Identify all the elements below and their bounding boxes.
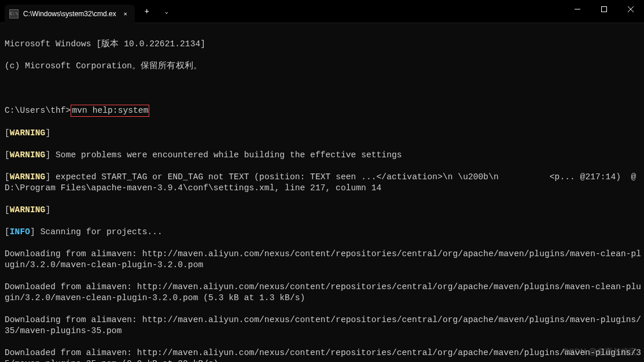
maximize-icon (601, 6, 607, 12)
cmd-icon: C:\ (9, 9, 19, 19)
download-line: Downloading from alimaven: http://maven.… (5, 315, 644, 337)
warning-text: Some problems were encountered while bui… (50, 150, 402, 160)
tab-title: C:\Windows\system32\cmd.ex (23, 10, 116, 18)
warning-tag: WARNING (10, 128, 46, 138)
new-tab-button[interactable]: + (138, 3, 156, 20)
info-line: [INFO] Scanning for projects... (5, 227, 644, 238)
copyright-line: (c) Microsoft Corporation。保留所有权利。 (5, 61, 644, 72)
window-controls (564, 0, 644, 19)
command-text: mvn help:system (72, 106, 148, 115)
minimize-icon (575, 6, 580, 12)
minimize-button[interactable] (564, 0, 591, 19)
info-text: Scanning for projects... (35, 227, 163, 237)
terminal-output[interactable]: Microsoft Windows [版本 10.0.22621.2134] (… (0, 23, 644, 362)
terminal-tab[interactable]: C:\ C:\Windows\system32\cmd.ex ✕ (5, 5, 135, 23)
window-close-button[interactable] (617, 0, 644, 19)
prompt-line: C:\Users\thf>mvn help:system (5, 105, 644, 117)
command-highlight: mvn help:system (71, 105, 149, 117)
warning-line: [WARNING] (5, 205, 644, 216)
warning-tag: WARNING (10, 150, 46, 160)
warning-text: expected START_TAG or END_TAG not TEXT (… (5, 172, 641, 193)
tab-dropdown-button[interactable]: ⌄ (158, 3, 175, 20)
svg-rect-1 (602, 7, 607, 12)
close-tab-button[interactable]: ✕ (121, 9, 130, 19)
warning-tag: WARNING (10, 172, 46, 182)
warning-line: [WARNING] (5, 128, 644, 139)
os-version-line: Microsoft Windows [版本 10.0.22621.2134] (5, 39, 644, 50)
close-icon (628, 6, 634, 12)
titlebar: C:\ C:\Windows\system32\cmd.ex ✕ + ⌄ (0, 0, 644, 23)
download-line: Downloaded from alimaven: http://maven.a… (5, 282, 644, 304)
warning-line: [WARNING] expected START_TAG or END_TAG … (5, 172, 644, 194)
titlebar-actions: + ⌄ (138, 3, 175, 20)
maximize-button[interactable] (591, 0, 617, 19)
blank-line (5, 83, 644, 94)
download-line: Downloaded from alimaven: http://maven.a… (5, 348, 644, 362)
warning-tag: WARNING (10, 205, 46, 215)
download-line: Downloading from alimaven: http://maven.… (5, 249, 644, 271)
prompt-prefix: C:\Users\thf> (5, 106, 71, 115)
info-tag: INFO (10, 227, 30, 237)
warning-line: [WARNING] Some problems were encountered… (5, 150, 644, 161)
